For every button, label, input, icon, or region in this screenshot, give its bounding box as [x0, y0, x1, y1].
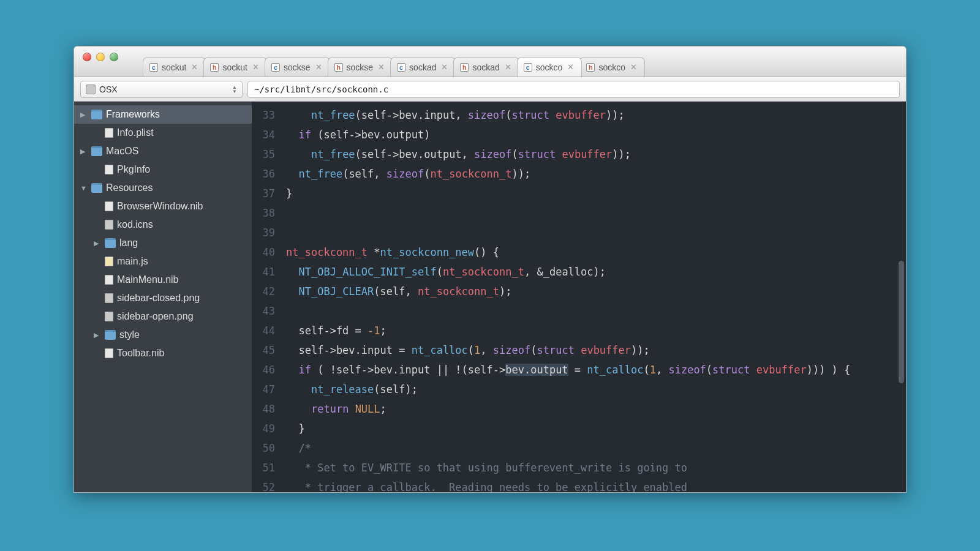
close-tab-icon[interactable]: ✕ [191, 62, 198, 72]
file-icon [105, 275, 113, 285]
sidebar-item-main-js[interactable]: main.js [74, 252, 252, 271]
code-line[interactable]: if ( !self->bev.input || !(self->bev.out… [286, 360, 906, 380]
code-area[interactable]: nt_free(self->bev.input, sizeof(struct e… [281, 102, 906, 492]
sidebar-item-frameworks[interactable]: ▶Frameworks [74, 105, 252, 124]
code-line[interactable]: nt_sockconn_t *nt_sockconn_new() { [286, 242, 906, 262]
code-line[interactable] [286, 223, 906, 242]
sidebar-item-label: Resources [106, 182, 153, 193]
sidebar-item-mainmenu-nib[interactable]: MainMenu.nib [74, 271, 252, 289]
sidebar-item-info-plist[interactable]: Info.plist [74, 124, 252, 142]
line-number: 42 [252, 282, 275, 301]
location-bar: OSX ▲▼ ~/src/libnt/src/sockconn.c [74, 77, 906, 102]
code-line[interactable]: } [286, 184, 906, 203]
code-line[interactable]: nt_release(self); [286, 380, 906, 399]
code-line[interactable]: nt_free(self, sizeof(nt_sockconn_t)); [286, 164, 906, 184]
sidebar-item-resources[interactable]: ▼Resources [74, 179, 252, 197]
sidebar-item-label: MacOS [106, 146, 138, 157]
file-h-icon: h [586, 63, 595, 72]
sidebar-item-macos[interactable]: ▶MacOS [74, 142, 252, 160]
line-number: 48 [252, 399, 275, 419]
disclosure-icon[interactable]: ▶ [94, 239, 101, 247]
sidebar-item-sidebar-open-png[interactable]: sidebar-open.png [74, 307, 252, 326]
folder-icon [105, 238, 116, 248]
sidebar-item-sidebar-closed-png[interactable]: sidebar-closed.png [74, 289, 252, 307]
close-tab-icon[interactable]: ✕ [315, 62, 322, 72]
disclosure-icon[interactable]: ▼ [80, 184, 88, 192]
code-line[interactable]: /* [286, 438, 906, 458]
sidebar-item-label: BrowserWindow.nib [117, 201, 203, 212]
code-line[interactable]: } [286, 419, 906, 438]
sidebar-item-label: PkgInfo [117, 164, 150, 175]
code-line[interactable]: return NULL; [286, 399, 906, 419]
code-line[interactable]: NT_OBJ_ALLOC_INIT_self(nt_sockconn_t, &_… [286, 262, 906, 282]
code-line[interactable]: self->fd = -1; [286, 321, 906, 340]
code-line[interactable]: if (self->bev.output) [286, 125, 906, 144]
tab-label: sockut [162, 62, 186, 72]
sidebar-item-label: lang [119, 238, 138, 249]
close-tab-icon[interactable]: ✕ [441, 62, 448, 72]
sidebar-item-browserwindow-nib[interactable]: BrowserWindow.nib [74, 197, 252, 216]
tab-sockco-c[interactable]: csockco✕ [517, 57, 582, 77]
disclosure-icon[interactable]: ▶ [94, 331, 101, 339]
tab-sockut-c[interactable]: csockut✕ [143, 57, 206, 77]
line-number: 38 [252, 203, 275, 223]
tab-label: sockad [472, 62, 499, 72]
code-line[interactable] [286, 301, 906, 321]
tab-sockse-c[interactable]: csockse✕ [265, 57, 330, 77]
close-tab-icon[interactable]: ✕ [378, 62, 385, 72]
line-number: 40 [252, 242, 275, 262]
close-tab-icon[interactable]: ✕ [630, 62, 637, 72]
line-number: 49 [252, 419, 275, 438]
close-window-icon[interactable] [83, 53, 91, 61]
tab-label: sockad [409, 62, 436, 72]
sidebar-item-label: MainMenu.nib [117, 274, 179, 285]
file-sidebar[interactable]: ▶FrameworksInfo.plist▶MacOSPkgInfo▼Resou… [74, 102, 252, 492]
tab-sockut-h[interactable]: hsockut✕ [203, 57, 266, 77]
line-number: 41 [252, 262, 275, 282]
sidebar-item-pkginfo[interactable]: PkgInfo [74, 160, 252, 179]
sidebar-item-style[interactable]: ▶style [74, 326, 252, 344]
code-line[interactable]: * trigger a callback. Reading needs to b… [286, 478, 906, 492]
close-tab-icon[interactable]: ✕ [567, 62, 574, 72]
volume-selector[interactable]: OSX ▲▼ [80, 81, 243, 98]
body: ▶FrameworksInfo.plist▶MacOSPkgInfo▼Resou… [74, 102, 906, 492]
code-line[interactable]: nt_free(self->bev.input, sizeof(struct e… [286, 105, 906, 125]
sidebar-item-kod-icns[interactable]: kod.icns [74, 216, 252, 234]
disclosure-icon[interactable]: ▶ [80, 148, 88, 156]
tab-sockad-h[interactable]: hsockad✕ [453, 57, 519, 77]
sidebar-item-label: Info.plist [117, 127, 154, 138]
file-c-icon: c [397, 63, 405, 72]
window-controls [83, 53, 118, 61]
tab-label: sockco [536, 62, 563, 72]
close-tab-icon[interactable]: ✕ [252, 62, 259, 72]
tab-sockco-h[interactable]: hsockco✕ [579, 57, 645, 77]
disclosure-icon[interactable]: ▶ [80, 111, 88, 119]
scrollbar-thumb[interactable] [899, 261, 904, 383]
tab-sockse-h[interactable]: hsockse✕ [328, 57, 393, 77]
zoom-window-icon[interactable] [110, 53, 118, 61]
tab-sockad-c[interactable]: csockad✕ [390, 57, 456, 77]
file-icon [105, 348, 113, 358]
sidebar-item-label: main.js [117, 256, 148, 267]
sidebar-item-label: Frameworks [106, 109, 160, 120]
tab-label: sockut [222, 62, 247, 72]
code-line[interactable]: * Set to EV_WRITE so that using bufferev… [286, 458, 906, 478]
close-tab-icon[interactable]: ✕ [505, 62, 511, 72]
code-line[interactable]: NT_OBJ_CLEAR(self, nt_sockconn_t); [286, 282, 906, 301]
line-number: 37 [252, 184, 275, 203]
line-number: 47 [252, 380, 275, 399]
disk-icon [86, 84, 96, 94]
sidebar-item-lang[interactable]: ▶lang [74, 234, 252, 252]
line-number: 51 [252, 458, 275, 478]
tab-label: sockco [598, 62, 625, 72]
code-editor[interactable]: 3334353637383940414243444546474849505152… [252, 102, 906, 492]
line-number: 39 [252, 223, 275, 242]
minimize-window-icon[interactable] [96, 53, 105, 61]
code-line[interactable]: nt_free(self->bev.output, sizeof(struct … [286, 144, 906, 164]
code-line[interactable]: self->bev.input = nt_calloc(1, sizeof(st… [286, 340, 906, 360]
path-field[interactable]: ~/src/libnt/src/sockconn.c [247, 81, 900, 98]
code-line[interactable] [286, 203, 906, 223]
stepper-icon[interactable]: ▲▼ [232, 85, 237, 94]
file-h-icon: h [460, 63, 469, 72]
sidebar-item-toolbar-nib[interactable]: Toolbar.nib [74, 344, 252, 362]
